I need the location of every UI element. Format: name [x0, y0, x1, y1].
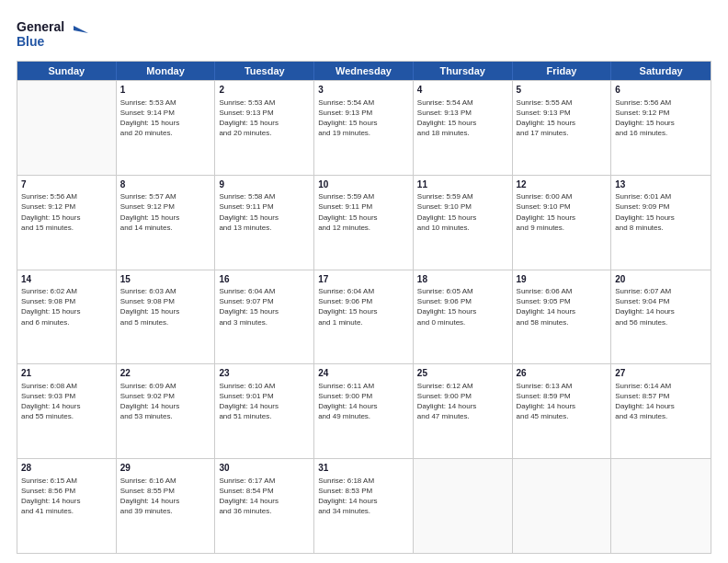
day-number: 16	[219, 273, 310, 286]
day-number: 22	[120, 367, 211, 380]
day-number: 31	[318, 462, 409, 475]
header-day-wednesday: Wednesday	[314, 62, 414, 80]
day-number: 27	[615, 367, 707, 380]
calendar-row-2: 14Sunrise: 6:02 AM Sunset: 9:08 PM Dayli…	[17, 270, 711, 364]
calendar-cell: 17Sunrise: 6:04 AM Sunset: 9:06 PM Dayli…	[314, 270, 414, 364]
day-number: 29	[120, 462, 211, 475]
calendar-cell: 20Sunrise: 6:07 AM Sunset: 9:04 PM Dayli…	[611, 270, 711, 364]
day-number: 30	[219, 462, 310, 475]
calendar-cell	[17, 81, 117, 175]
calendar-cell: 23Sunrise: 6:10 AM Sunset: 9:01 PM Dayli…	[215, 364, 314, 458]
day-info: Sunrise: 6:09 AM Sunset: 9:02 PM Dayligh…	[120, 381, 211, 422]
calendar-cell: 30Sunrise: 6:17 AM Sunset: 8:54 PM Dayli…	[215, 459, 314, 553]
header: GeneralBlue	[17, 17, 711, 53]
calendar-cell: 16Sunrise: 6:04 AM Sunset: 9:07 PM Dayli…	[215, 270, 314, 364]
calendar-body: 1Sunrise: 5:53 AM Sunset: 9:14 PM Daylig…	[17, 80, 711, 553]
calendar-cell: 4Sunrise: 5:54 AM Sunset: 9:13 PM Daylig…	[414, 81, 513, 175]
svg-text:Blue: Blue	[17, 34, 45, 49]
day-number: 14	[21, 273, 112, 286]
calendar-row-4: 28Sunrise: 6:15 AM Sunset: 8:56 PM Dayli…	[17, 458, 711, 553]
day-info: Sunrise: 6:05 AM Sunset: 9:06 PM Dayligh…	[417, 286, 508, 327]
day-info: Sunrise: 6:18 AM Sunset: 8:53 PM Dayligh…	[318, 476, 409, 517]
svg-marker-2	[74, 26, 88, 33]
page: GeneralBlue SundayMondayTuesdayWednesday…	[0, 0, 728, 563]
calendar-cell: 31Sunrise: 6:18 AM Sunset: 8:53 PM Dayli…	[314, 459, 414, 553]
calendar-cell	[611, 459, 711, 553]
day-number: 19	[517, 273, 608, 286]
day-number: 13	[615, 178, 707, 191]
day-info: Sunrise: 5:57 AM Sunset: 9:12 PM Dayligh…	[120, 191, 211, 233]
calendar-cell: 19Sunrise: 6:06 AM Sunset: 9:05 PM Dayli…	[513, 270, 612, 364]
calendar-cell: 28Sunrise: 6:15 AM Sunset: 8:56 PM Dayli…	[17, 459, 117, 553]
day-number: 26	[517, 367, 608, 380]
day-number: 5	[517, 84, 608, 97]
day-number: 10	[318, 178, 409, 191]
header-day-monday: Monday	[117, 62, 216, 80]
day-info: Sunrise: 5:56 AM Sunset: 9:12 PM Dayligh…	[615, 98, 707, 139]
calendar-cell	[513, 459, 612, 553]
day-info: Sunrise: 6:07 AM Sunset: 9:04 PM Dayligh…	[615, 286, 707, 327]
day-info: Sunrise: 6:03 AM Sunset: 9:08 PM Dayligh…	[120, 286, 211, 327]
day-number: 6	[615, 84, 707, 97]
day-info: Sunrise: 6:00 AM Sunset: 9:10 PM Dayligh…	[517, 191, 608, 233]
calendar-cell: 3Sunrise: 5:54 AM Sunset: 9:13 PM Daylig…	[314, 81, 414, 175]
calendar-cell: 6Sunrise: 5:56 AM Sunset: 9:12 PM Daylig…	[611, 81, 711, 175]
day-info: Sunrise: 5:59 AM Sunset: 9:10 PM Dayligh…	[417, 191, 508, 233]
day-info: Sunrise: 6:04 AM Sunset: 9:07 PM Dayligh…	[219, 286, 310, 327]
day-number: 17	[318, 273, 409, 286]
day-info: Sunrise: 5:55 AM Sunset: 9:13 PM Dayligh…	[517, 98, 608, 139]
calendar: SundayMondayTuesdayWednesdayThursdayFrid…	[17, 61, 711, 554]
day-number: 9	[219, 178, 310, 191]
header-day-thursday: Thursday	[414, 62, 513, 80]
day-info: Sunrise: 6:02 AM Sunset: 9:08 PM Dayligh…	[21, 286, 112, 327]
header-day-sunday: Sunday	[17, 62, 117, 80]
day-info: Sunrise: 5:53 AM Sunset: 9:13 PM Dayligh…	[219, 98, 310, 139]
calendar-cell: 24Sunrise: 6:11 AM Sunset: 9:00 PM Dayli…	[314, 364, 414, 458]
calendar-cell: 21Sunrise: 6:08 AM Sunset: 9:03 PM Dayli…	[17, 364, 117, 458]
calendar-cell: 18Sunrise: 6:05 AM Sunset: 9:06 PM Dayli…	[414, 270, 513, 364]
day-info: Sunrise: 5:54 AM Sunset: 9:13 PM Dayligh…	[417, 98, 508, 139]
day-number: 8	[120, 178, 211, 191]
day-info: Sunrise: 6:15 AM Sunset: 8:56 PM Dayligh…	[21, 476, 112, 517]
day-info: Sunrise: 6:01 AM Sunset: 9:09 PM Dayligh…	[615, 191, 707, 233]
calendar-cell: 8Sunrise: 5:57 AM Sunset: 9:12 PM Daylig…	[117, 176, 216, 270]
day-info: Sunrise: 5:58 AM Sunset: 9:11 PM Dayligh…	[219, 191, 310, 233]
day-info: Sunrise: 6:14 AM Sunset: 8:57 PM Dayligh…	[615, 381, 707, 422]
day-number: 21	[21, 367, 112, 380]
day-number: 28	[21, 462, 112, 475]
calendar-cell: 11Sunrise: 5:59 AM Sunset: 9:10 PM Dayli…	[414, 176, 513, 270]
day-info: Sunrise: 6:10 AM Sunset: 9:01 PM Dayligh…	[219, 381, 310, 422]
day-number: 3	[318, 84, 409, 97]
day-number: 15	[120, 273, 211, 286]
day-number: 12	[517, 178, 608, 191]
calendar-cell: 13Sunrise: 6:01 AM Sunset: 9:09 PM Dayli…	[611, 176, 711, 270]
calendar-header: SundayMondayTuesdayWednesdayThursdayFrid…	[17, 62, 711, 80]
day-number: 23	[219, 367, 310, 380]
calendar-row-3: 21Sunrise: 6:08 AM Sunset: 9:03 PM Dayli…	[17, 363, 711, 458]
calendar-cell: 10Sunrise: 5:59 AM Sunset: 9:11 PM Dayli…	[314, 176, 414, 270]
day-info: Sunrise: 5:56 AM Sunset: 9:12 PM Dayligh…	[21, 191, 112, 233]
calendar-cell: 7Sunrise: 5:56 AM Sunset: 9:12 PM Daylig…	[17, 176, 117, 270]
day-info: Sunrise: 6:16 AM Sunset: 8:55 PM Dayligh…	[120, 476, 211, 517]
calendar-row-0: 1Sunrise: 5:53 AM Sunset: 9:14 PM Daylig…	[17, 80, 711, 175]
day-info: Sunrise: 6:17 AM Sunset: 8:54 PM Dayligh…	[219, 476, 310, 517]
day-info: Sunrise: 6:04 AM Sunset: 9:06 PM Dayligh…	[318, 286, 409, 327]
day-number: 24	[318, 367, 409, 380]
calendar-cell: 26Sunrise: 6:13 AM Sunset: 8:59 PM Dayli…	[513, 364, 612, 458]
day-number: 4	[417, 84, 508, 97]
day-info: Sunrise: 6:12 AM Sunset: 9:00 PM Dayligh…	[417, 381, 508, 422]
day-number: 25	[417, 367, 508, 380]
calendar-cell: 22Sunrise: 6:09 AM Sunset: 9:02 PM Dayli…	[117, 364, 216, 458]
header-day-saturday: Saturday	[611, 62, 711, 80]
logo-svg: GeneralBlue	[17, 17, 90, 53]
day-info: Sunrise: 6:08 AM Sunset: 9:03 PM Dayligh…	[21, 381, 112, 422]
day-number: 7	[21, 178, 112, 191]
header-day-friday: Friday	[513, 62, 612, 80]
day-number: 20	[615, 273, 707, 286]
day-info: Sunrise: 6:13 AM Sunset: 8:59 PM Dayligh…	[517, 381, 608, 422]
day-number: 2	[219, 84, 310, 97]
day-number: 18	[417, 273, 508, 286]
calendar-cell: 15Sunrise: 6:03 AM Sunset: 9:08 PM Dayli…	[117, 270, 216, 364]
day-info: Sunrise: 6:06 AM Sunset: 9:05 PM Dayligh…	[517, 286, 608, 327]
calendar-cell: 5Sunrise: 5:55 AM Sunset: 9:13 PM Daylig…	[513, 81, 612, 175]
